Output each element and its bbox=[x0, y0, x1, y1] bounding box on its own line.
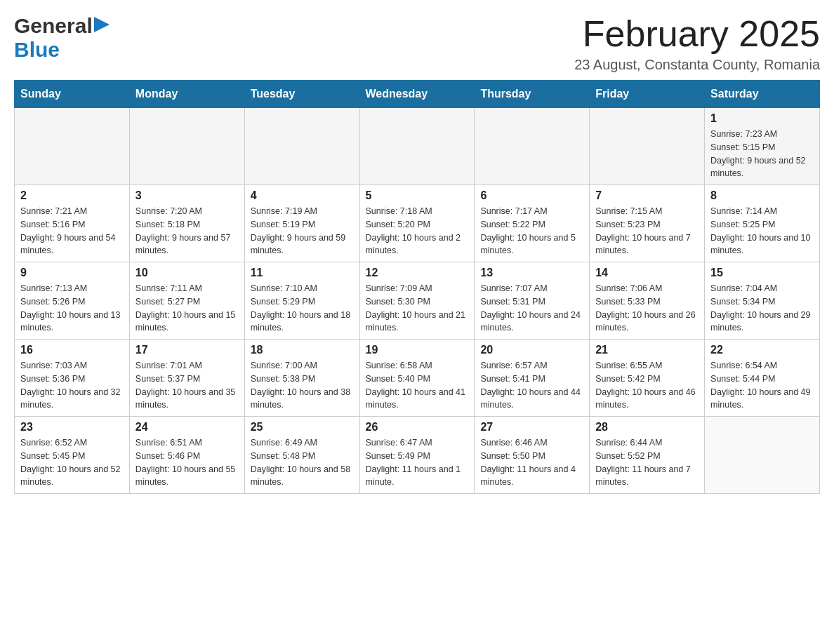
day-number: 18 bbox=[251, 344, 354, 356]
day-info: Sunrise: 7:00 AM Sunset: 5:38 PM Dayligh… bbox=[251, 359, 354, 412]
day-info: Sunrise: 7:23 AM Sunset: 5:15 PM Dayligh… bbox=[710, 128, 814, 180]
day-info: Sunrise: 6:58 AM Sunset: 5:40 PM Dayligh… bbox=[366, 359, 469, 412]
weekday-header-sunday: Sunday bbox=[15, 81, 130, 108]
calendar-day-cell: 12Sunrise: 7:09 AM Sunset: 5:30 PM Dayli… bbox=[359, 262, 475, 340]
calendar-day-cell: 17Sunrise: 7:01 AM Sunset: 5:37 PM Dayli… bbox=[129, 340, 244, 417]
day-info: Sunrise: 7:21 AM Sunset: 5:16 PM Dayligh… bbox=[20, 205, 124, 257]
calendar-day-cell: 14Sunrise: 7:06 AM Sunset: 5:33 PM Dayli… bbox=[590, 262, 705, 340]
day-info: Sunrise: 7:15 AM Sunset: 5:23 PM Dayligh… bbox=[595, 205, 699, 257]
calendar-day-cell: 4Sunrise: 7:19 AM Sunset: 5:19 PM Daylig… bbox=[244, 185, 359, 262]
day-info: Sunrise: 6:51 AM Sunset: 5:46 PM Dayligh… bbox=[135, 436, 239, 489]
day-number: 14 bbox=[595, 267, 699, 279]
day-info: Sunrise: 7:13 AM Sunset: 5:26 PM Dayligh… bbox=[20, 282, 124, 335]
day-number: 23 bbox=[20, 421, 124, 434]
calendar-week-row: 16Sunrise: 7:03 AM Sunset: 5:36 PM Dayli… bbox=[15, 340, 820, 417]
logo-arrow-icon bbox=[94, 17, 110, 32]
day-number: 3 bbox=[135, 189, 239, 202]
day-number: 22 bbox=[710, 344, 814, 356]
day-number: 12 bbox=[366, 267, 469, 279]
day-info: Sunrise: 7:20 AM Sunset: 5:18 PM Dayligh… bbox=[135, 205, 239, 257]
day-number: 27 bbox=[480, 421, 583, 434]
day-info: Sunrise: 7:11 AM Sunset: 5:27 PM Dayligh… bbox=[135, 282, 239, 335]
day-number: 24 bbox=[135, 421, 239, 434]
calendar-day-cell: 15Sunrise: 7:04 AM Sunset: 5:34 PM Dayli… bbox=[705, 262, 820, 340]
calendar-day-cell: 5Sunrise: 7:18 AM Sunset: 5:20 PM Daylig… bbox=[359, 185, 475, 262]
calendar-day-cell: 20Sunrise: 6:57 AM Sunset: 5:41 PM Dayli… bbox=[475, 340, 590, 417]
calendar-day-cell: 18Sunrise: 7:00 AM Sunset: 5:38 PM Dayli… bbox=[244, 340, 359, 417]
calendar-day-cell: 13Sunrise: 7:07 AM Sunset: 5:31 PM Dayli… bbox=[475, 262, 590, 340]
day-info: Sunrise: 6:57 AM Sunset: 5:41 PM Dayligh… bbox=[480, 359, 583, 412]
calendar-day-cell: 25Sunrise: 6:49 AM Sunset: 5:48 PM Dayli… bbox=[244, 417, 359, 494]
day-number: 2 bbox=[20, 189, 124, 202]
calendar-day-cell: 24Sunrise: 6:51 AM Sunset: 5:46 PM Dayli… bbox=[129, 417, 244, 494]
calendar-day-cell: 28Sunrise: 6:44 AM Sunset: 5:52 PM Dayli… bbox=[590, 417, 705, 494]
logo-general-text: General bbox=[14, 14, 93, 38]
day-info: Sunrise: 6:52 AM Sunset: 5:45 PM Dayligh… bbox=[20, 436, 124, 489]
weekday-header-tuesday: Tuesday bbox=[244, 81, 359, 108]
day-info: Sunrise: 7:04 AM Sunset: 5:34 PM Dayligh… bbox=[710, 282, 814, 335]
weekday-header-wednesday: Wednesday bbox=[359, 81, 475, 108]
calendar-week-row: 2Sunrise: 7:21 AM Sunset: 5:16 PM Daylig… bbox=[15, 185, 820, 262]
calendar-day-cell: 26Sunrise: 6:47 AM Sunset: 5:49 PM Dayli… bbox=[359, 417, 475, 494]
calendar-day-cell: 2Sunrise: 7:21 AM Sunset: 5:16 PM Daylig… bbox=[15, 185, 130, 262]
day-number: 9 bbox=[20, 267, 124, 279]
day-number: 4 bbox=[251, 189, 354, 202]
day-number: 28 bbox=[595, 421, 699, 434]
calendar-day-cell: 22Sunrise: 6:54 AM Sunset: 5:44 PM Dayli… bbox=[705, 340, 820, 417]
day-info: Sunrise: 7:06 AM Sunset: 5:33 PM Dayligh… bbox=[595, 282, 699, 335]
weekday-header-saturday: Saturday bbox=[705, 81, 820, 108]
day-number: 10 bbox=[135, 267, 239, 279]
logo-blue-text: Blue bbox=[14, 38, 60, 61]
calendar-day-cell bbox=[244, 108, 359, 185]
calendar-day-cell: 8Sunrise: 7:14 AM Sunset: 5:25 PM Daylig… bbox=[705, 185, 820, 262]
day-info: Sunrise: 7:18 AM Sunset: 5:20 PM Dayligh… bbox=[366, 205, 469, 257]
calendar-week-row: 23Sunrise: 6:52 AM Sunset: 5:45 PM Dayli… bbox=[15, 417, 820, 494]
weekday-header-thursday: Thursday bbox=[475, 81, 590, 108]
day-number: 20 bbox=[480, 344, 583, 356]
location-subtitle: 23 August, Constanta County, Romania bbox=[574, 57, 820, 73]
calendar-day-cell: 6Sunrise: 7:17 AM Sunset: 5:22 PM Daylig… bbox=[475, 185, 590, 262]
calendar-day-cell: 1Sunrise: 7:23 AM Sunset: 5:15 PM Daylig… bbox=[705, 108, 820, 185]
day-number: 1 bbox=[710, 112, 814, 125]
calendar-week-row: 9Sunrise: 7:13 AM Sunset: 5:26 PM Daylig… bbox=[15, 262, 820, 340]
month-title: February 2025 bbox=[574, 14, 820, 54]
day-info: Sunrise: 7:03 AM Sunset: 5:36 PM Dayligh… bbox=[20, 359, 124, 412]
day-info: Sunrise: 6:54 AM Sunset: 5:44 PM Dayligh… bbox=[710, 359, 814, 412]
day-number: 19 bbox=[366, 344, 469, 356]
day-info: Sunrise: 7:17 AM Sunset: 5:22 PM Dayligh… bbox=[480, 205, 583, 257]
calendar-day-cell: 19Sunrise: 6:58 AM Sunset: 5:40 PM Dayli… bbox=[359, 340, 475, 417]
page-header: General Blue February 2025 23 August, Co… bbox=[14, 14, 820, 73]
day-number: 13 bbox=[480, 267, 583, 279]
svg-marker-0 bbox=[94, 17, 110, 32]
day-info: Sunrise: 6:46 AM Sunset: 5:50 PM Dayligh… bbox=[480, 436, 583, 489]
calendar-day-cell: 11Sunrise: 7:10 AM Sunset: 5:29 PM Dayli… bbox=[244, 262, 359, 340]
title-block: February 2025 23 August, Constanta Count… bbox=[574, 14, 820, 73]
weekday-header-monday: Monday bbox=[129, 81, 244, 108]
day-info: Sunrise: 7:19 AM Sunset: 5:19 PM Dayligh… bbox=[251, 205, 354, 257]
day-number: 11 bbox=[251, 267, 354, 279]
day-info: Sunrise: 6:55 AM Sunset: 5:42 PM Dayligh… bbox=[595, 359, 699, 412]
day-number: 21 bbox=[595, 344, 699, 356]
calendar-day-cell: 27Sunrise: 6:46 AM Sunset: 5:50 PM Dayli… bbox=[475, 417, 590, 494]
calendar-header-row: SundayMondayTuesdayWednesdayThursdayFrid… bbox=[15, 81, 820, 108]
day-number: 15 bbox=[710, 267, 814, 279]
calendar-day-cell: 10Sunrise: 7:11 AM Sunset: 5:27 PM Dayli… bbox=[129, 262, 244, 340]
day-number: 6 bbox=[480, 189, 583, 202]
day-number: 25 bbox=[251, 421, 354, 434]
day-number: 7 bbox=[595, 189, 699, 202]
calendar-day-cell: 16Sunrise: 7:03 AM Sunset: 5:36 PM Dayli… bbox=[15, 340, 130, 417]
calendar-day-cell bbox=[475, 108, 590, 185]
calendar-day-cell: 23Sunrise: 6:52 AM Sunset: 5:45 PM Dayli… bbox=[15, 417, 130, 494]
calendar-day-cell: 21Sunrise: 6:55 AM Sunset: 5:42 PM Dayli… bbox=[590, 340, 705, 417]
day-number: 8 bbox=[710, 189, 814, 202]
day-number: 26 bbox=[366, 421, 469, 434]
calendar-table: SundayMondayTuesdayWednesdayThursdayFrid… bbox=[14, 80, 820, 494]
calendar-week-row: 1Sunrise: 7:23 AM Sunset: 5:15 PM Daylig… bbox=[15, 108, 820, 185]
day-number: 5 bbox=[366, 189, 469, 202]
day-info: Sunrise: 6:44 AM Sunset: 5:52 PM Dayligh… bbox=[595, 436, 699, 489]
calendar-day-cell bbox=[705, 417, 820, 494]
day-info: Sunrise: 7:07 AM Sunset: 5:31 PM Dayligh… bbox=[480, 282, 583, 335]
calendar-day-cell: 3Sunrise: 7:20 AM Sunset: 5:18 PM Daylig… bbox=[129, 185, 244, 262]
logo: General Blue bbox=[14, 14, 110, 62]
day-number: 16 bbox=[20, 344, 124, 356]
